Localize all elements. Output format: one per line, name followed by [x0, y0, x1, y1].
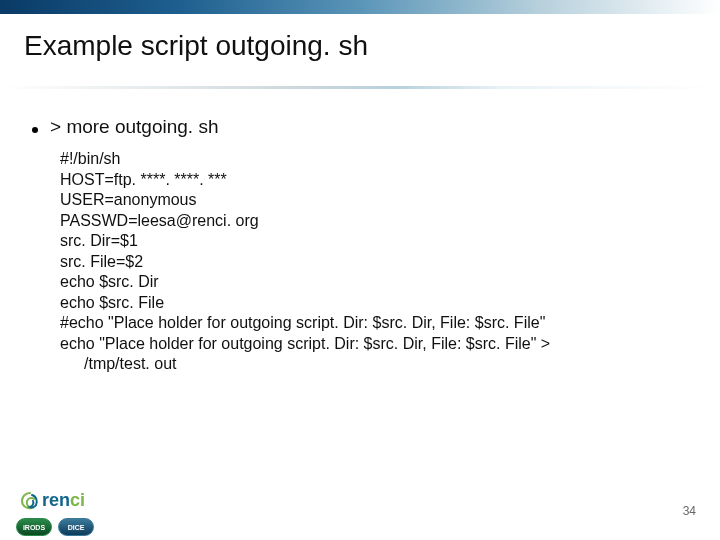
command-text: more outgoing. sh — [66, 116, 218, 137]
slide-footer: renci iRODS DICE 34 — [0, 476, 720, 540]
bullet-item: > more outgoing. sh — [32, 115, 688, 139]
script-line: PASSWD=leesa@renci. org — [60, 211, 688, 231]
renci-swirl-icon — [20, 491, 40, 511]
badge-row: iRODS DICE — [16, 518, 94, 536]
script-line-continuation: /tmp/test. out — [84, 354, 688, 374]
page-number: 34 — [683, 504, 704, 536]
renci-text-part-a: ren — [42, 490, 70, 510]
script-line: echo $src. Dir — [60, 272, 688, 292]
script-line: src. File=$2 — [60, 252, 688, 272]
badge-irods: iRODS — [16, 518, 52, 536]
badge-dice: DICE — [58, 518, 94, 536]
script-line: #!/bin/sh — [60, 149, 688, 169]
script-line: HOST=ftp. ****. ****. *** — [60, 170, 688, 190]
renci-text-part-b: ci — [70, 490, 85, 510]
script-line: echo "Place holder for outgoing script. … — [60, 334, 688, 354]
slide-body: > more outgoing. sh #!/bin/sh HOST=ftp. … — [32, 115, 688, 374]
script-block: #!/bin/sh HOST=ftp. ****. ****. *** USER… — [60, 149, 688, 374]
renci-wordmark: renci — [42, 490, 85, 511]
footer-logos: renci iRODS DICE — [16, 490, 94, 536]
bullet-dot-icon — [32, 127, 38, 133]
script-line: echo $src. File — [60, 293, 688, 313]
title-underline — [0, 86, 720, 89]
slide-title: Example script outgoing. sh — [24, 30, 720, 62]
script-line: #echo "Place holder for outgoing script.… — [60, 313, 688, 333]
command-prefix: > — [50, 116, 61, 137]
script-line: src. Dir=$1 — [60, 231, 688, 251]
renci-logo: renci — [20, 490, 94, 511]
bullet-text: > more outgoing. sh — [50, 115, 218, 139]
script-line: USER=anonymous — [60, 190, 688, 210]
header-gradient — [0, 0, 720, 14]
